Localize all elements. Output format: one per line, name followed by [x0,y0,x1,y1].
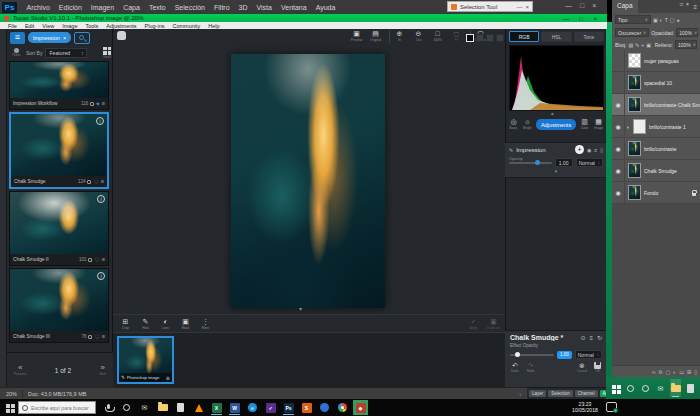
preset-menu-icon[interactable]: ≡ [102,101,105,106]
toolbar-button[interactable]: ⊕ In [392,30,407,43]
layer-row[interactable]: ◉ ◐ brillo/contraste Chalk Smudge II [612,94,700,116]
color-button[interactable]: ▥ Color [579,118,590,130]
opacity-slider[interactable] [509,162,552,164]
minimize-icon[interactable]: — [565,2,572,9]
filter-image-icon[interactable]: ▣ [653,17,658,23]
favorite-heart-icon[interactable]: ♡ [93,179,98,185]
canvas-image[interactable] [231,54,385,308]
ps-menu-item[interactable]: Filtro [210,4,235,11]
hamburger-menu-icon[interactable]: ≡ [10,32,25,44]
layer-thumbnail[interactable] [628,75,641,90]
chevron-right-icon[interactable]: › [519,391,521,397]
panel-menu-icon[interactable]: ≡ [693,4,700,10]
visibility-eye-icon[interactable]: ◉ [612,160,625,181]
layer-name[interactable]: Fondo [644,190,692,196]
reset-icon[interactable]: ↻ [597,334,602,341]
layer-row[interactable]: ◉ ◐ brillo/contraste 1 [612,116,700,138]
layer-style-icon[interactable]: fx [659,369,663,375]
blend-mode-dropdown[interactable]: Normal ↕ [576,158,603,167]
topaz-menu-item[interactable]: Edit [21,23,38,29]
layer-row[interactable]: ◉ ◐ spacedial 10 [612,72,700,94]
maximize-icon[interactable]: □ [579,15,583,22]
taskbar-app-icon[interactable]: ✉ [137,400,152,415]
search-input[interactable] [31,405,92,411]
search-icon[interactable] [74,32,90,44]
add-icon[interactable]: + [575,145,584,154]
taskbar-app-icon[interactable]: ◆ [353,400,368,415]
layer-thumbnail[interactable] [628,163,641,178]
edit-tool-button[interactable]: ⊞ Crop [118,318,133,330]
info-icon[interactable]: i [97,195,105,203]
taskbar-app-icon[interactable] [317,400,332,415]
layer-name[interactable]: brillo/contraste Chalk Smudge II [644,102,700,108]
close-icon[interactable]: × [593,15,597,22]
layer-thumbnail[interactable] [628,53,641,68]
filter-shape-icon[interactable]: ▢ [670,17,675,23]
topaz-menu-item[interactable]: Tools [81,23,102,29]
eye-icon[interactable]: ◉ [587,147,591,153]
next-page-button[interactable]: » Next [99,364,106,376]
layer-thumbnail[interactable] [628,97,641,112]
taskbar-app-icon[interactable]: W [227,400,242,415]
close-icon[interactable]: × [592,2,596,9]
topaz-menu-item[interactable]: View [38,23,58,29]
prev-page-button[interactable]: « Previous [14,364,26,376]
taskbar-app-icon[interactable] [335,400,350,415]
green-taskbar-icon[interactable]: ✉ [655,379,666,397]
lock-position-icon[interactable]: + [641,42,644,48]
topaz-menu-item[interactable]: Community [168,23,204,29]
visibility-eye-icon[interactable]: ◉ [612,138,625,159]
remove-icon[interactable]: ⊗ [166,375,170,381]
blend-mode-dropdown[interactable]: Oscurecer ∨ [615,28,649,37]
split-view-icon[interactable] [486,34,494,42]
preset-card[interactable]: i Chalk Smudge II 101 ♡ ≡ [9,191,109,266]
cancel-button[interactable]: ⊗ Cancel [577,362,587,373]
layer-name[interactable]: mujer paraguas [644,58,700,64]
footer-button[interactable]: Channel [575,390,598,397]
taskbar-app-icon[interactable] [101,400,116,415]
trash-icon[interactable]: ▯ [600,147,603,153]
ok-button[interactable]: OK [594,362,601,373]
layer-row[interactable]: ◉ ◐ Fondo [612,182,700,204]
edit-tool-button[interactable]: ✎ Heal [138,318,153,330]
ps-menu-item[interactable]: Imagen [86,4,118,11]
chevron-down-icon[interactable]: ▾ [299,305,302,312]
adjustments-button[interactable]: Adjustments [536,119,576,130]
topaz-titlebar[interactable]: Topaz Studio V1.10.1 - Photoshop image @… [0,14,607,22]
delete-layer-icon[interactable]: ▯ [694,369,697,375]
taskbar-app-icon[interactable]: X [209,400,224,415]
chevron-down-icon[interactable]: ▾ [505,168,607,174]
taskbar-clock[interactable]: 23:23 10/05/2018 [566,401,604,413]
layer-thumbnail[interactable] [633,119,646,134]
layer-thumbnail[interactable] [628,185,641,200]
effect-blend-dropdown[interactable]: Normal ↕ [575,350,602,359]
layer-name[interactable]: brillo/contraste [644,146,700,152]
visibility-eye-icon[interactable]: ◉ [612,94,625,115]
layer-filter-dropdown[interactable]: Tipo ∨ [615,15,651,24]
histogram-tab[interactable]: HSL [541,31,571,42]
preset-card[interactable]: i Impression Workflow 116 ♥ ≡ [9,61,109,110]
hand-tool-icon[interactable] [117,31,126,40]
topaz-menu-item[interactable]: Plug-ins [141,23,169,29]
lock-all-icon[interactable]: ▣ [646,42,651,48]
ps-menu-item[interactable]: Selección [170,4,209,11]
image-button[interactable]: ▦ Image [593,118,604,130]
grid-view-button[interactable]: Small [103,47,111,59]
ps-menu-item[interactable]: Edición [54,4,86,11]
split-view-icon[interactable] [476,34,484,42]
minimize-icon[interactable]: — [516,4,522,10]
topaz-menu-item[interactable]: File [4,23,21,29]
restore-icon[interactable]: □ [580,2,584,9]
close-icon[interactable]: × [525,4,529,10]
minimize-icon[interactable]: — [563,15,570,22]
ps-menu-item[interactable]: Ventana [276,4,311,11]
ps-menu-item[interactable]: Ayuda [311,4,340,11]
share-icon[interactable]: ⊙ [580,334,585,341]
chevron-up-icon[interactable]: ▴ [551,110,554,116]
toolbar-button[interactable]: ⊖ Out [411,30,426,42]
basic-button[interactable]: ◎ Basic [508,118,519,130]
edit-tool-button[interactable]: ▣ Mask [178,318,193,330]
layer-row[interactable]: ◉ ◐ brillo/contraste [612,138,700,160]
visibility-eye-icon[interactable]: ◉ [612,50,625,71]
layer-mask-icon[interactable]: ▢ [666,369,671,375]
